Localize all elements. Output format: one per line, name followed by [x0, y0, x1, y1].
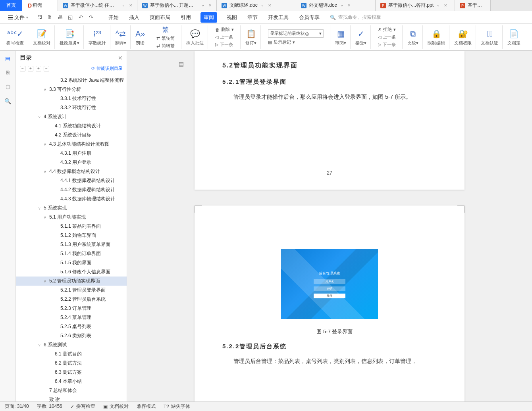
outline-item[interactable]: 5.2.5 桌号列表 [16, 322, 127, 331]
smart-outline-button[interactable]: ⟳智能识别目录 [91, 65, 123, 71]
outline-item[interactable]: ∨4.4 数据库概念结构设计 [16, 167, 127, 176]
tab-daoke[interactable]: D稻壳 [22, 0, 58, 11]
btn-spellcheck[interactable]: ᵃᵇᶜ✓拼写检查 [2, 25, 28, 49]
outline-item[interactable]: 6.2 测试方法 [16, 359, 127, 368]
close-icon[interactable]: ✕ [129, 3, 132, 8]
menu-review[interactable]: 审阅 [200, 12, 217, 23]
btn-fan2jian[interactable]: ⇄ 繁转简 [156, 35, 175, 41]
print-preview-icon[interactable]: ◱ [67, 14, 73, 21]
outline-close-icon[interactable]: ✕ [118, 55, 123, 61]
outline-item[interactable]: 5.1.3 用户系统菜单界面••• [16, 240, 127, 249]
close-icon[interactable]: ✕ [347, 3, 351, 8]
btn-track[interactable]: 📋修订▾ [241, 25, 261, 49]
search-box[interactable]: 🔍查找命令、搜索模板 [330, 14, 381, 21]
menu-view[interactable]: 视图 [226, 12, 238, 23]
tab-doc-0[interactable]: W基于微信小...统 任务书✕ [58, 0, 137, 11]
btn-proof[interactable]: 📝文档校对 [29, 25, 55, 49]
outline-item[interactable]: 3.2 系统设计 Java 端整体流程 [16, 76, 127, 85]
btn-accept[interactable]: ✓接受▾ [351, 25, 371, 49]
outline-item[interactable]: 4.1 系统功能结构设计 [16, 121, 127, 131]
save-as-icon[interactable]: 🗎 [46, 14, 53, 21]
file-menu[interactable]: 文件▾ [6, 13, 31, 22]
menu-member[interactable]: 会员专享 [298, 12, 320, 23]
outline-item[interactable]: 4.3.1 用户注册 [16, 149, 127, 158]
btn-next-change[interactable]: ▷ 下一条 [378, 42, 396, 48]
btn-compare[interactable]: ⧉比较▾ [403, 25, 423, 49]
outline-item[interactable]: 4.3.2 用户登录 [16, 158, 127, 167]
close-icon[interactable]: ✕ [268, 3, 271, 8]
outline-item[interactable]: 5.1.6 修改个人信息界面 [16, 267, 127, 277]
btn-batch[interactable]: 📑批改服务▾ [56, 25, 84, 49]
undo-icon[interactable]: ↶ [77, 14, 84, 21]
tab-doc-4[interactable]: P基于微信小...答辩.ppt✕ [376, 0, 455, 11]
outline-item[interactable]: 5.2.3 订单管理 [16, 304, 127, 313]
outline-item[interactable]: ∨5 系统实现 [16, 204, 127, 213]
outline-item[interactable]: 5.2.4 菜单管理 [16, 313, 127, 322]
tab-doc-1[interactable]: W基于微信小... 开题报告✕ [137, 0, 217, 11]
btn-delete-comment[interactable]: 🗑 删除▾ [215, 27, 234, 33]
outline-item[interactable]: 7 总结和体会 [16, 386, 127, 395]
outline-item[interactable]: 4.2 系统设计目标 [16, 131, 127, 140]
btn-perm[interactable]: 🔐文档权限 [450, 25, 476, 49]
outline-collapse-icon[interactable]: − [20, 66, 25, 71]
outline-item[interactable]: 6.3 测试方案 [16, 368, 127, 377]
outline-item[interactable]: 6.4 本章小结 [16, 377, 127, 386]
menu-reference[interactable]: 引用 [180, 12, 192, 23]
btn-prev-change[interactable]: ◁ 上一条 [378, 34, 396, 40]
btn-review-pane[interactable]: ▦审阅▾ [331, 25, 351, 49]
outline-item[interactable]: ∨4 系统设计 [16, 112, 127, 121]
outline-item[interactable]: 6.1 测试目的 [16, 350, 127, 359]
menu-chapter[interactable]: 章节 [247, 12, 258, 23]
menu-dev[interactable]: 开发工具 [267, 12, 289, 23]
menu-start[interactable]: 开始 [108, 12, 120, 23]
btn-show-mark[interactable]: ▤ 显示标记▾ [268, 39, 324, 45]
outline-item[interactable]: 5.2.6 类别列表 [16, 331, 127, 340]
outline-item[interactable]: 5.1.2 购物车界面 [16, 231, 127, 240]
page-action-icon[interactable]: ▤ [179, 59, 184, 69]
tab-home[interactable]: 首页 [0, 0, 22, 11]
outline-item[interactable]: 3.3.1 技术可行性 [16, 94, 127, 103]
print-icon[interactable]: 🖶 [57, 14, 63, 21]
outline-item[interactable]: ∨4.3 总体功能结构设计流程图 [16, 140, 127, 149]
save-icon[interactable]: 🖫 [36, 14, 42, 21]
btn-restrict[interactable]: 🔒限制编辑 [424, 25, 449, 49]
btn-sign[interactable]: 📄文档定 [503, 25, 524, 49]
outline-item[interactable]: 5.2.2 管理员后台系统 [16, 295, 127, 304]
btn-insert-comment[interactable]: 💬插入批注 [182, 25, 208, 49]
outline-item[interactable]: 5.1.4 我的订单界面 [16, 249, 127, 258]
outline-item[interactable]: 4.4.3 数据库物理结构设计 [16, 194, 127, 204]
outline-item[interactable]: 3.3.2 环境可行性 [16, 103, 127, 112]
outline-item[interactable]: ∨5.2 管理员功能实现界面 [16, 277, 127, 286]
tab-doc-3[interactable]: W外文翻译.doc✕ [296, 0, 376, 11]
btn-auth[interactable]: ✓⃝文档认证 [477, 25, 503, 49]
outline-item[interactable]: 5.2.1 管理员登录界面 [16, 286, 127, 295]
btn-next-comment[interactable]: ▷ 下一条 [215, 42, 234, 48]
outline-item[interactable]: ∨5.1 用户功能实现 [16, 213, 127, 222]
outline-remove-icon[interactable]: − [44, 66, 49, 71]
tab-doc-5[interactable]: P基于微信小. [455, 0, 491, 11]
btn-wordcount[interactable]: ⁞²³字数统计 [85, 25, 110, 49]
close-icon[interactable]: ✕ [208, 3, 212, 8]
outline-item[interactable]: 5.1.1 菜品列表界面 [16, 222, 127, 231]
outline-item[interactable]: ∨3.3 可行性分析 [16, 85, 127, 94]
outline-item[interactable]: ∨6 系统测试 [16, 340, 127, 350]
nav-outline-icon[interactable]: ▤ [4, 55, 12, 62]
document-area[interactable]: ▤ 5.2管理员功能实现界面 5.2.1管理员登录界面 管理员登录才能操作后台，… [127, 51, 532, 402]
btn-prev-comment[interactable]: ◁ 上一条 [215, 34, 234, 40]
outline-expand-icon[interactable]: + [28, 66, 33, 71]
outline-item[interactable]: 4.4.1 数据库逻辑结构设计 [16, 176, 127, 185]
menu-layout[interactable]: 页面布局 [149, 12, 171, 23]
outline-item[interactable]: 5.1.5 我的界面 [16, 258, 127, 267]
menu-insert[interactable]: 插入 [128, 12, 140, 23]
nav-bookmark-icon[interactable]: ⎘ [4, 69, 12, 76]
tab-doc-2[interactable]: W文献综述.doc✕ [217, 0, 296, 11]
redo-icon[interactable]: ↷ [88, 14, 94, 21]
nav-search-icon[interactable]: 🔍 [4, 98, 12, 105]
outline-item[interactable]: 4.4.2 数据库逻辑结构设计 [16, 185, 127, 194]
btn-translate[interactable]: ᴬ⇄翻译▾ [111, 25, 131, 49]
btn-reject[interactable]: ✗ 拒绝▾ [378, 27, 396, 33]
select-mark-state[interactable]: 显示标记的最终状态▾ [268, 29, 324, 38]
btn-jian2fan[interactable]: ⇄ 简转繁 [156, 43, 175, 49]
nav-fav-icon[interactable]: ⬡ [4, 83, 12, 90]
btn-read[interactable]: A»朗读 [131, 25, 149, 49]
